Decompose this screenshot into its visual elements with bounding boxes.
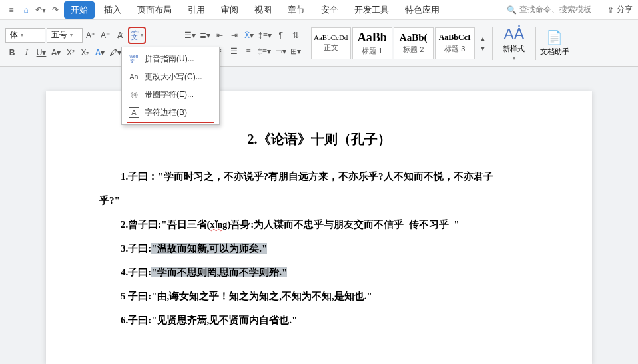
undo-icon[interactable]: ↶▾ (35, 4, 47, 16)
underline-button[interactable]: U▾ (35, 45, 48, 60)
italic-button[interactable]: I (20, 45, 33, 60)
doc-assist-icon: 📄 (546, 29, 563, 45)
tab-devtools[interactable]: 开发工具 (348, 1, 396, 19)
chevron-down-icon: ▾ (141, 32, 143, 38)
doc-paragraph: 4.子曰:"学而不思则罔,思而不学则殆." (99, 260, 539, 284)
home-icon[interactable]: ⌂ (20, 4, 32, 16)
tab-special[interactable]: 特色应用 (398, 1, 446, 19)
style-label: 标题 1 (362, 46, 382, 56)
enclosed-icon: ㊕ (129, 89, 139, 100)
highlight-color-button[interactable]: 🖍▾ (108, 45, 123, 60)
para-mark-button[interactable]: ¶ (274, 28, 288, 43)
fill-color-button[interactable]: ▭▾ (274, 44, 288, 59)
document-page[interactable]: 2.《论语》十则（孔子） 1.子曰："学而时习之，不亦说乎?有朋自远方来，不亦乐… (46, 91, 592, 364)
distribute-button[interactable]: ≡ (242, 44, 255, 59)
style-heading1[interactable]: AaBb 标题 1 (352, 27, 392, 59)
font-name-dropdown[interactable]: 体▾ (5, 28, 45, 43)
highlight-underline (127, 122, 214, 123)
style-normal[interactable]: AaBbCcDd 正文 (311, 27, 351, 59)
tab-review[interactable]: 审阅 (214, 1, 245, 19)
menu-item-label: 更改大小写(C)... (145, 71, 202, 83)
borders-button[interactable]: ⊞▾ (289, 44, 302, 59)
search-icon: 🔍 (507, 5, 517, 15)
style-preview: AaBbCcI (439, 33, 471, 43)
font-group: 体▾ 五号▾ A⁺ A⁻ A̷ wén文 ▾ wén文 拼音指南(U)... (3, 25, 162, 61)
divider (492, 27, 493, 60)
pinyin-icon: wén文 (129, 53, 139, 64)
tab-pagelayout[interactable]: 页面布局 (131, 1, 178, 19)
style-heading3[interactable]: AaBbCcI 标题 3 (435, 27, 475, 59)
phonetic-guide-group: wén文 ▾ wén文 拼音指南(U)... Aa 更改大小写(C)... ㊕ (128, 27, 146, 44)
bold-button[interactable]: B (5, 45, 19, 60)
chevron-down-icon: ▾ (70, 32, 73, 38)
new-style-label: 新样式 (503, 44, 525, 54)
new-style-icon: AȦ (504, 25, 524, 43)
redo-icon[interactable]: ↷ (49, 4, 61, 16)
doc-paragraph: 乎?" (99, 188, 539, 212)
toolbar-ribbon: 体▾ 五号▾ A⁺ A⁻ A̷ wén文 ▾ wén文 拼音指南(U)... (0, 20, 638, 67)
styles-more-button[interactable]: ▴▾ (476, 27, 489, 59)
font-size-value: 五号 (51, 29, 67, 41)
phonetic-dropdown-menu: wén文 拼音指南(U)... Aa 更改大小写(C)... ㊕ 带圈字符(E)… (121, 47, 220, 125)
menu-item-label: 字符边框(B) (145, 107, 187, 118)
decrease-indent-button[interactable]: ⇤ (213, 28, 226, 43)
clear-format-button[interactable]: A̷ (113, 28, 127, 43)
menu-change-case[interactable]: Aa 更改大小写(C)... (123, 68, 218, 86)
menu-item-label: 带圈字符(E)... (145, 89, 194, 100)
divider (308, 27, 308, 60)
tab-view[interactable]: 视图 (248, 1, 278, 19)
share-label: 分享 (617, 4, 633, 15)
menu-enclosed-char[interactable]: ㊕ 带圈字符(E)... (123, 86, 218, 104)
search-input[interactable]: 🔍 查找命令、搜索模板 (507, 4, 591, 15)
increase-indent-button[interactable]: ⇥ (228, 28, 241, 43)
document-viewport: 🗎▾ 2.《论语》十则（孔子） 1.子曰："学而时习之，不亦说乎?有朋自远方来，… (0, 67, 638, 364)
menu-item-label: 拼音指南(U)... (145, 53, 194, 65)
sort-button[interactable]: X̂▾ (242, 28, 256, 43)
style-label: 标题 2 (403, 45, 424, 55)
doc-paragraph: 1.子曰："学而时习之，不亦说乎?有朋自远方来，不亦乐乎?人不知而不悦，不亦君子 (99, 164, 539, 188)
tab-security[interactable]: 安全 (314, 1, 345, 19)
new-style-button[interactable]: AȦ 新样式▾ (495, 25, 533, 61)
tab-reference[interactable]: 引用 (181, 1, 212, 19)
style-label: 标题 3 (444, 44, 465, 54)
phonetic-guide-button[interactable]: wén文 ▾ (128, 27, 146, 44)
number-list-button[interactable]: ≣▾ (198, 28, 212, 43)
shrink-font-button[interactable]: A⁻ (99, 28, 112, 43)
style-preview: AaBb( (400, 32, 428, 43)
tab-start[interactable]: 开始 (64, 1, 95, 19)
menu-bar: ≡ ⌂ ↶▾ ↷ 开始 插入 页面布局 引用 审阅 视图 章节 安全 开发工具 … (0, 0, 638, 20)
bullet-list-button[interactable]: ☰▾ (183, 28, 197, 43)
superscript-button[interactable]: X² (64, 45, 77, 60)
styles-group: AaBbCcDd 正文 AaBb 标题 1 AaBb( 标题 2 AaBbCcI… (311, 27, 489, 59)
style-preview: AaBbCcDd (314, 33, 348, 41)
doc-paragraph: 3.子曰:"温故而知新,可以为师矣." (99, 236, 539, 260)
menu-char-border[interactable]: A 字符边框(B) (123, 104, 218, 122)
tab-insert[interactable]: 插入 (97, 1, 128, 19)
menu-pinyin-guide[interactable]: wén文 拼音指南(U)... (123, 50, 218, 68)
border-icon: A (129, 107, 139, 118)
doc-paragraph: 2.曾子曰:"吾日三省(xǐng)吾身:为人谋而不忠乎与朋友交而不信乎 传不习乎… (99, 212, 539, 236)
divider (535, 27, 536, 60)
style-heading2[interactable]: AaBb( 标题 2 (394, 27, 434, 59)
line-height-button[interactable]: ‡≡▾ (256, 44, 272, 59)
style-label: 正文 (324, 43, 338, 53)
menu-icon[interactable]: ≡ (5, 4, 17, 16)
font-size-dropdown[interactable]: 五号▾ (47, 28, 83, 43)
strike-button[interactable]: A̶▾ (49, 45, 63, 60)
subscript-button[interactable]: X₂ (79, 45, 92, 60)
align-justify-button[interactable]: ☰ (227, 44, 240, 59)
doc-assist-label: 文档助手 (540, 47, 569, 57)
tab-section[interactable]: 章节 (281, 1, 312, 19)
search-placeholder: 查找命令、搜索模板 (519, 4, 591, 15)
text-direction-button[interactable]: ⇅ (289, 28, 302, 43)
grow-font-button[interactable]: A⁺ (84, 28, 97, 43)
chevron-down-icon: ▾ (21, 32, 23, 38)
doc-title: 2.《论语》十则（孔子） (99, 130, 539, 148)
font-name-value: 体 (10, 29, 18, 41)
share-button[interactable]: ⇪ 分享 (607, 4, 633, 15)
doc-assist-button[interactable]: 📄 文档助手 (539, 29, 571, 57)
text-effects-button[interactable]: A▾ (93, 45, 107, 60)
style-preview: AaBb (358, 31, 387, 45)
line-spacing-button[interactable]: ‡≡▾ (257, 28, 273, 43)
share-icon: ⇪ (607, 5, 614, 15)
